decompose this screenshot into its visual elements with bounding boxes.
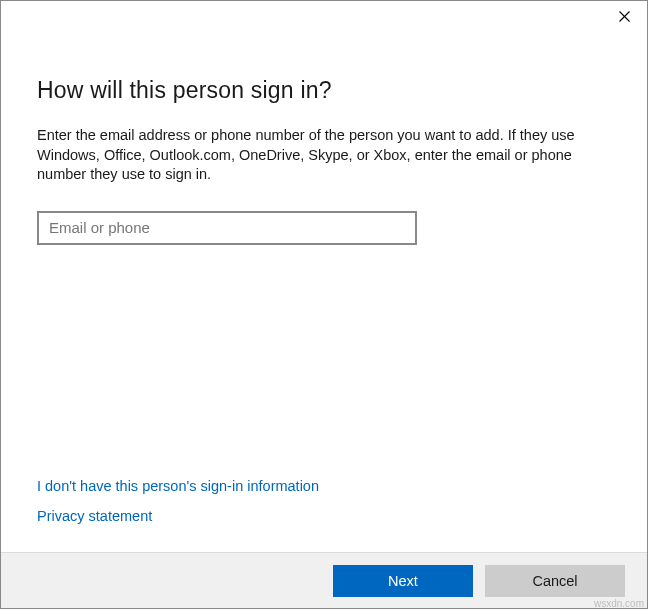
privacy-statement-link[interactable]: Privacy statement (37, 508, 152, 524)
dialog-footer: Next Cancel (1, 552, 647, 608)
email-or-phone-input[interactable] (37, 211, 417, 245)
close-icon (619, 11, 630, 22)
dialog-content: How will this person sign in? Enter the … (1, 29, 647, 552)
next-button[interactable]: Next (333, 565, 473, 597)
watermark: wsxdn.com (594, 598, 644, 609)
no-signin-info-link[interactable]: I don't have this person's sign-in infor… (37, 478, 319, 494)
page-heading: How will this person sign in? (37, 77, 611, 104)
spacer (37, 253, 611, 478)
links-section: I don't have this person's sign-in infor… (37, 478, 611, 552)
close-button[interactable] (611, 5, 637, 27)
description-text: Enter the email address or phone number … (37, 126, 597, 185)
cancel-button[interactable]: Cancel (485, 565, 625, 597)
titlebar (1, 1, 647, 29)
input-row (37, 211, 611, 245)
dialog-window: How will this person sign in? Enter the … (0, 0, 648, 609)
